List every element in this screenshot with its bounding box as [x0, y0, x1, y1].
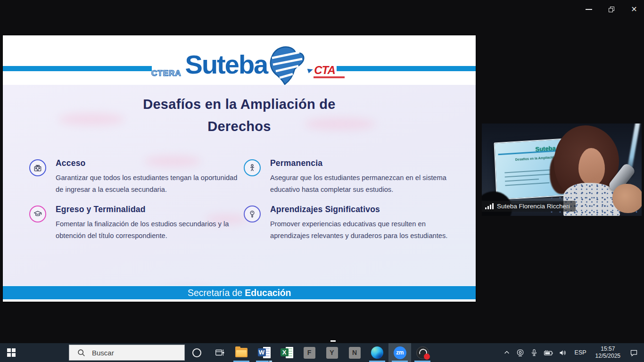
feature-permanencia: Permanencia Asegurar que los estudiantes… [244, 158, 459, 198]
person-icon [244, 159, 261, 176]
slide-footer-strip [3, 299, 476, 302]
feature-acceso: Acceso Garantizar que todos los estudian… [29, 158, 244, 198]
feature-aprendizajes: Aprendizajes Significativos Promover exp… [244, 205, 459, 244]
suteba-map-logo [268, 46, 305, 85]
taskbar-excel[interactable]: X [275, 343, 298, 362]
system-tray: ESP 15:5712/5/2025 [500, 343, 644, 362]
feature-body: Promover experiencias educativas que res… [270, 218, 459, 242]
feature-body: Garantizar que todos los estudiantes ten… [56, 172, 239, 196]
taskbar-edge[interactable] [366, 343, 388, 362]
restore-icon [609, 7, 614, 12]
cta-bird-icon [307, 67, 314, 74]
app-n-icon: N [349, 347, 361, 359]
feature-title: Egreso y Terminalidad [56, 205, 243, 214]
start-button[interactable] [0, 343, 23, 362]
action-center-button[interactable] [625, 343, 644, 362]
recording-dot [424, 354, 430, 360]
features-grid: Acceso Garantizar que todos los estudian… [3, 158, 476, 244]
minimize-button[interactable] [582, 3, 596, 16]
language-indicator[interactable]: ESP [570, 343, 591, 362]
taskbar-app-f[interactable]: F [298, 343, 321, 362]
participant-name-tag: Suteba Florencia Riccheri [482, 201, 576, 212]
screen-artifact [330, 340, 336, 342]
taskbar-app-n[interactable]: N [343, 343, 366, 362]
window-controls: ✕ [582, 3, 641, 16]
slide-header: CTERA Suteba CTA [3, 35, 476, 85]
lightbulb-icon [244, 206, 261, 222]
cta-tagline-strip [314, 76, 345, 78]
tray-date: 12/5/2025 [595, 353, 620, 360]
search-input[interactable]: Buscar [69, 345, 185, 361]
feature-title: Acceso [56, 158, 239, 168]
taskbar-file-explorer[interactable] [230, 343, 253, 362]
footer-text: Secretaría de Educación [188, 287, 291, 298]
tray-expand-button[interactable] [500, 343, 513, 362]
slide-title-line1: Desafíos en la Ampliación de [3, 93, 476, 115]
search-placeholder: Buscar [92, 349, 114, 357]
file-explorer-icon [235, 348, 248, 357]
taskbar-obs[interactable] [411, 343, 434, 362]
close-button[interactable]: ✕ [627, 3, 641, 16]
microphone-icon [530, 348, 538, 357]
restore-button[interactable] [604, 3, 619, 16]
ctera-logo: CTERA [151, 69, 182, 78]
volume-indicator[interactable] [556, 343, 570, 362]
slide-body: Desafíos en la Ampliación de Derechos A [3, 85, 476, 285]
taskbar-zoom[interactable]: zm [388, 343, 411, 362]
obs-icon [416, 346, 429, 359]
battery-charging-icon [543, 348, 553, 357]
audio-level-icon [485, 203, 494, 209]
chevron-up-icon [504, 349, 510, 356]
camera-in-use-indicator[interactable] [513, 343, 528, 362]
word-icon: W [258, 347, 271, 358]
minimize-icon [586, 9, 592, 10]
search-icon [77, 349, 85, 357]
taskbar-app-y[interactable]: Y [321, 343, 343, 362]
app-y-icon: Y [326, 347, 338, 359]
header-rule-left [3, 66, 152, 71]
graduation-cap-icon [29, 206, 46, 222]
microphone-indicator[interactable] [528, 343, 541, 362]
feature-title: Permanencia [270, 158, 459, 168]
task-view-button[interactable] [211, 343, 228, 362]
app-f-icon: F [304, 347, 315, 359]
cortana-button[interactable] [189, 343, 205, 362]
notification-icon [629, 348, 638, 357]
participant-video-tile[interactable]: Suteba Desafíos en la Ampliación de Dere… [482, 123, 642, 216]
school-building-icon [29, 159, 46, 176]
tray-time: 15:57 [595, 346, 620, 353]
header-rule-right [337, 66, 476, 71]
edge-icon [371, 346, 383, 359]
speaker-hand [612, 184, 642, 213]
cortana-icon [192, 348, 201, 357]
cta-logo: CTA [308, 65, 345, 78]
close-icon: ✕ [631, 6, 637, 13]
logo-row: CTERA Suteba CTA [151, 44, 345, 85]
taskbar-word[interactable]: W [253, 343, 275, 362]
taskbar-apps: W X F Y N zm [230, 343, 434, 362]
slide-footer-bar: Secretaría de Educación [3, 285, 476, 299]
slide-title-line2: Derechos [3, 115, 476, 138]
battery-indicator[interactable] [541, 343, 556, 362]
speaker-icon [558, 348, 567, 357]
slide-title: Desafíos en la Ampliación de Derechos [3, 93, 476, 138]
participant-name: Suteba Florencia Riccheri [497, 203, 570, 210]
excel-icon: X [281, 347, 293, 358]
feature-body: Fomentar la finalización de los estudios… [56, 218, 243, 242]
feature-body: Asegurar que los estudiantes permanezcan… [270, 172, 459, 196]
suteba-wordmark: Suteba [185, 51, 268, 78]
camera-icon [516, 348, 525, 357]
zoom-icon: zm [394, 346, 406, 359]
shared-presentation-slide: CTERA Suteba CTA [3, 35, 476, 302]
feature-egreso: Egreso y Terminalidad Fomentar la finali… [29, 205, 244, 244]
clock[interactable]: 15:5712/5/2025 [591, 343, 625, 362]
task-view-icon [215, 347, 225, 358]
feature-title: Aprendizajes Significativos [270, 205, 459, 214]
taskbar: Buscar W X F [0, 343, 644, 362]
windows-logo-icon [7, 348, 16, 357]
